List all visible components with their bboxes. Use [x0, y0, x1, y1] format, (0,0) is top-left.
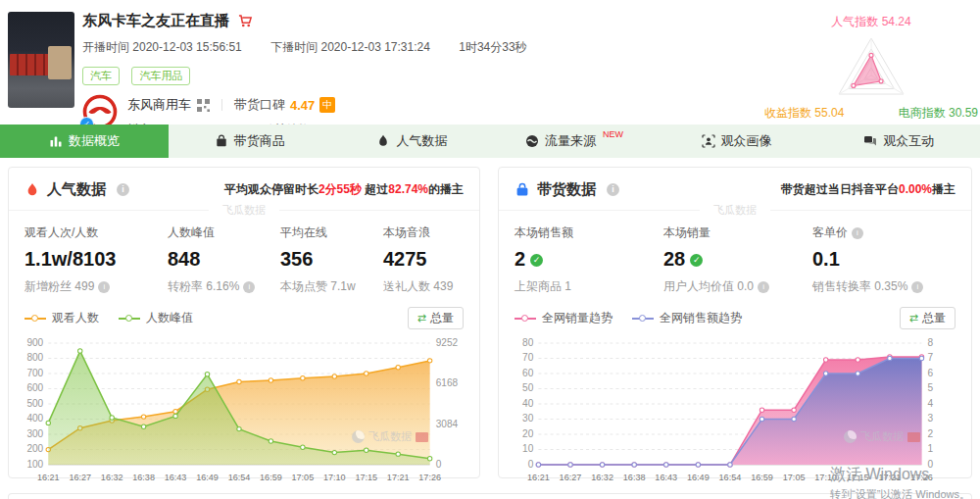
svg-text:17:21: 17:21 — [387, 473, 410, 482]
svg-text:16:49: 16:49 — [196, 473, 219, 482]
svg-text:600: 600 — [26, 383, 43, 394]
svg-text:16:43: 16:43 — [165, 473, 187, 482]
legend-marker — [632, 314, 654, 323]
svg-text:300: 300 — [26, 428, 43, 439]
info-icon[interactable]: i — [117, 183, 129, 196]
svg-text:16:43: 16:43 — [655, 473, 677, 482]
svg-text:16:32: 16:32 — [591, 473, 613, 482]
svg-text:20: 20 — [522, 428, 534, 439]
popularity-panel: 人气数据 i 平均观众停留时长2分55秒 超过82.74%的播主 飞瓜数据 观看… — [8, 167, 480, 478]
category-tag-auto[interactable]: 汽车 — [82, 67, 120, 85]
svg-text:10: 10 — [522, 444, 534, 455]
svg-text:30: 30 — [522, 414, 534, 424]
transfer-icon: ⇄ — [417, 312, 426, 324]
total-toggle-button[interactable]: ⇄ 总量 — [900, 307, 956, 329]
divider: 飞瓜数据 — [499, 210, 971, 211]
tab-popularity[interactable]: 人气数据 — [331, 125, 494, 158]
ecommerce-index: 电商指数 30.59 — [899, 105, 978, 122]
chat-icon — [863, 134, 877, 148]
bar-chart-icon — [49, 134, 63, 148]
info-icon[interactable]: i — [243, 281, 255, 293]
svg-text:17:05: 17:05 — [783, 473, 806, 482]
category-tags: 汽车 汽车用品 — [82, 66, 750, 85]
legend-peak[interactable]: 人数峰值 — [119, 310, 193, 326]
category-tag-auto-parts[interactable]: 汽车用品 — [131, 67, 190, 85]
legend-viewers[interactable]: 观看人数 — [24, 310, 99, 326]
svg-text:80: 80 — [522, 337, 534, 348]
tab-traffic-source[interactable]: 流量来源NEW — [493, 125, 656, 158]
svg-text:9252: 9252 — [436, 337, 459, 348]
svg-text:16:27: 16:27 — [69, 473, 91, 482]
watermark: 飞瓜数据 — [700, 203, 770, 218]
thumbnail-trucks — [10, 54, 51, 75]
qr-code-icon[interactable] — [197, 99, 210, 112]
reputation-label: 带货口碑 — [234, 96, 285, 114]
popularity-index: 人气指数 54.24 — [762, 14, 980, 30]
panel-title: 带货数据 — [537, 180, 596, 199]
info-icon[interactable]: i — [607, 183, 619, 196]
svg-text:16:21: 16:21 — [37, 473, 60, 482]
svg-text:5: 5 — [928, 383, 934, 394]
flame-icon — [24, 182, 40, 198]
svg-text:16:27: 16:27 — [560, 473, 582, 482]
sales-chart[interactable]: 0102030405060708001234567816:2116:2716:3… — [507, 333, 961, 488]
svg-text:17:05: 17:05 — [292, 473, 315, 482]
svg-text:50: 50 — [522, 383, 534, 394]
cart-icon — [238, 14, 253, 28]
info-icon[interactable]: i — [98, 281, 110, 293]
svg-text:800: 800 — [26, 353, 43, 364]
legend-marker — [24, 314, 46, 323]
start-time-label: 开播时间 — [82, 40, 129, 54]
retention-note: 平均观众停留时长2分55秒 超过82.74%的播主 — [224, 181, 464, 198]
shield-check-icon: ✓ — [530, 254, 543, 267]
svg-text:400: 400 — [26, 414, 43, 424]
audience-icon — [702, 134, 715, 148]
svg-text:7: 7 — [928, 353, 934, 364]
revenue-index: 收益指数 55.04 — [764, 105, 844, 122]
svg-text:1: 1 — [928, 444, 934, 455]
stat-sales-volume: 本场销量 28✓ 用户人均价值 0.0i — [663, 225, 812, 295]
svg-text:3084: 3084 — [436, 419, 459, 429]
svg-text:16:59: 16:59 — [751, 473, 773, 482]
reputation-value: 4.47 — [290, 98, 315, 113]
svg-text:16:54: 16:54 — [719, 473, 742, 482]
time-row: 开播时间 2020-12-03 15:56:51 下播时间 2020-12-03… — [82, 39, 750, 56]
tab-data-overview[interactable]: 数据概览 — [0, 125, 169, 158]
info-icon[interactable]: i — [758, 281, 769, 293]
new-badge: NEW — [603, 129, 623, 139]
thumbnail-truck — [48, 46, 72, 78]
tab-products[interactable]: 带货商品 — [169, 125, 331, 158]
live-title: 东风卡车之友正在直播 — [82, 12, 229, 30]
stat-avg-online: 平均在线 356 本场点赞 7.1w — [280, 225, 383, 295]
svg-text:8: 8 — [928, 337, 934, 348]
legend-sales-amount[interactable]: 全网销售额趋势 — [632, 310, 742, 326]
popularity-chart[interactable]: 1002003004005006007008009000308461689252… — [17, 333, 469, 488]
stat-peak: 人数峰值 848 转粉率 6.16%i — [168, 225, 280, 295]
svg-text:16:21: 16:21 — [527, 473, 550, 482]
next-panel-edge — [8, 493, 972, 499]
svg-text:100: 100 — [26, 459, 43, 470]
svg-text:16:54: 16:54 — [228, 473, 251, 482]
svg-text:40: 40 — [522, 398, 534, 409]
svg-text:16:38: 16:38 — [623, 473, 646, 482]
panel-title: 人气数据 — [47, 180, 106, 199]
svg-text:0: 0 — [436, 459, 442, 470]
legend-sales-volume[interactable]: 全网销量趋势 — [514, 310, 612, 326]
info-icon[interactable]: i — [911, 281, 923, 293]
svg-text:2: 2 — [928, 428, 934, 439]
bag-icon — [514, 182, 530, 198]
brand-name[interactable]: 东风商用车 — [127, 96, 191, 114]
info-icon[interactable]: i — [852, 227, 863, 239]
tab-audience-profile[interactable]: 观众画像 — [656, 125, 818, 158]
total-toggle-button[interactable]: ⇄ 总量 — [408, 307, 464, 329]
page: 东风卡车之友正在直播 开播时间 2020-12-03 15:56:51 下播时间… — [0, 0, 980, 499]
sales-note: 带货超过当日抖音平台0.00%播主 — [781, 181, 956, 198]
tab-audience-interaction[interactable]: 观众互动 — [817, 125, 980, 158]
divider: 飞瓜数据 — [9, 210, 479, 211]
legend-marker — [514, 314, 536, 323]
live-thumbnail[interactable] — [8, 12, 74, 108]
start-time-value: 2020-12-03 15:56:51 — [132, 40, 241, 54]
svg-text:17:21: 17:21 — [878, 473, 901, 482]
svg-text:16:38: 16:38 — [132, 473, 155, 482]
svg-text:0: 0 — [528, 459, 534, 470]
